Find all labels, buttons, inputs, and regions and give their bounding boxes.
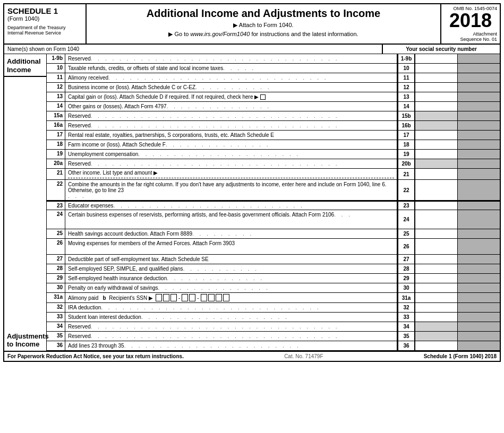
box-label-34: 34 [398, 322, 415, 331]
right-col-34: 34 [397, 322, 500, 331]
right-col-24: 24 [397, 210, 500, 229]
right-col-13: 13 [397, 92, 500, 101]
right-col-18: 18 [397, 140, 500, 149]
input-36[interactable] [415, 341, 457, 350]
input-14-gray [457, 102, 500, 111]
section-labels: Additional Income Adjustments to Income [4, 54, 47, 351]
input-13[interactable] [415, 92, 457, 101]
ssn-box-9[interactable] [223, 294, 229, 301]
input-22[interactable] [415, 180, 457, 200]
row-num-17: 17 [47, 131, 65, 140]
footer-paperwork: For Paperwork Reduction Act Notice, see … [7, 353, 184, 359]
ssn-box-6[interactable] [201, 294, 207, 301]
ssn-box-8[interactable] [216, 294, 222, 301]
input-34-inner [415, 322, 457, 331]
right-col-35: 35 [397, 332, 500, 341]
input-26-inner[interactable] [415, 239, 457, 254]
box-label-10: 10 [398, 64, 415, 73]
row-31a: 31a Alimony paid b Recipient's SSN ▶ - - [47, 293, 500, 303]
input-11[interactable] [415, 73, 457, 82]
attach-line1: ▶ Attach to Form 1040. [90, 22, 437, 29]
right-col-1-9b: 1-9b [397, 54, 500, 63]
box-label-27: 27 [398, 255, 415, 264]
input-27-inner[interactable] [415, 255, 457, 264]
input-35-outer [457, 332, 500, 341]
row-10: 10 Taxable refunds, credits, or offsets … [47, 64, 500, 73]
input-1-9b-gray [457, 54, 500, 63]
row-desc-36: Add lines 23 through 35 . . . . . . . . … [65, 341, 397, 350]
input-19-gray [457, 150, 500, 159]
checkbox-13[interactable] [260, 94, 266, 100]
right-col-30: 30 [397, 283, 500, 292]
input-23-inner[interactable] [415, 202, 457, 210]
form-header: SCHEDULE 1 (Form 1040) Department of the… [4, 4, 500, 45]
right-col-17: 17 [397, 131, 500, 140]
input-25-inner[interactable] [415, 229, 457, 238]
row-1-9b: 1-9b Reserved . . . . . . . . . . . . . … [47, 54, 500, 64]
input-33-inner[interactable] [415, 313, 457, 322]
row-desc-1-9b: Reserved . . . . . . . . . . . . . . . .… [65, 54, 397, 63]
input-29-inner[interactable] [415, 274, 457, 283]
input-19[interactable] [415, 150, 457, 159]
right-col-31a: 31a [397, 293, 500, 302]
input-18-gray [457, 140, 500, 149]
footer-cat: Cat. No. 71479F [284, 353, 323, 359]
ssn-box-5[interactable] [189, 294, 195, 301]
input-10-gray [457, 64, 500, 73]
row-27: 27 Deductible part of self-employment ta… [47, 255, 500, 264]
right-col-29: 29 [397, 274, 500, 283]
tax-form: SCHEDULE 1 (Form 1040) Department of the… [3, 3, 501, 362]
row-33: 33 Student loan interest deduction . . .… [47, 313, 500, 322]
ssn-boxes-31: - - [155, 294, 230, 301]
form-body: Additional Income Adjustments to Income … [4, 54, 500, 351]
row-desc-16a: Reserved . . . . . . . . . . . . . . . .… [65, 121, 397, 130]
row-17: 17 Rental real estate, royalties, partne… [47, 131, 500, 140]
row-11: 11 Alimony received . . . . . . . . . . … [47, 73, 500, 83]
ssn-box-1[interactable] [156, 294, 162, 301]
input-32-inner[interactable] [415, 303, 457, 312]
row-num-19: 19 [47, 150, 65, 159]
input-14[interactable] [415, 102, 457, 111]
box-label-26: 26 [398, 239, 415, 254]
input-21[interactable] [415, 169, 457, 179]
box-label-28: 28 [398, 264, 415, 273]
box-label-36: 36 [398, 341, 415, 350]
input-12[interactable] [415, 83, 457, 92]
schedule-sub: (Form 1040) [7, 15, 82, 22]
row-desc-29: Self-employed health insurance deduction… [65, 274, 397, 283]
box-label-16b: 16b [398, 121, 415, 130]
input-28-inner[interactable] [415, 264, 457, 273]
input-17[interactable] [415, 131, 457, 140]
row-num-32: 32 [47, 303, 65, 312]
input-11-gray [457, 73, 500, 82]
row-num-18: 18 [47, 140, 65, 149]
row-num-22: 22 [47, 180, 65, 200]
row-desc-25: Health savings account deduction. Attach… [65, 229, 397, 238]
input-10[interactable] [415, 64, 457, 73]
right-col-32: 32 [397, 303, 500, 312]
input-35-inner [415, 332, 457, 341]
row-26: 26 Moving expenses for members of the Ar… [47, 239, 500, 255]
input-36-gray [457, 341, 500, 350]
adjustments-label: Adjustments to Income [4, 329, 46, 351]
ssn-box-3[interactable] [170, 294, 177, 301]
ssn-box-4[interactable] [182, 294, 188, 301]
input-1-9b[interactable] [415, 54, 457, 63]
input-32-outer [457, 303, 500, 312]
input-31a-inner[interactable] [415, 293, 457, 302]
ssn-box-2[interactable] [163, 294, 169, 301]
box-label-30: 30 [398, 283, 415, 292]
ssn-box-7[interactable] [208, 294, 215, 301]
input-24-inner[interactable] [415, 210, 457, 229]
input-15b [457, 111, 500, 120]
right-col-25: 25 [397, 229, 500, 238]
box-label-21: 21 [398, 169, 415, 179]
row-desc-12: Business income or (loss). Attach Schedu… [65, 83, 397, 92]
row-desc-23: Educator expenses . . . . . . . . . . . … [65, 202, 397, 210]
box-label-24: 24 [398, 210, 415, 229]
input-18[interactable] [415, 140, 457, 149]
input-30-inner[interactable] [415, 283, 457, 292]
row-14: 14 Other gains or (losses). Attach Form … [47, 102, 500, 111]
row-35: 35 Reserved . . . . . . . . . . . . . . … [47, 332, 500, 341]
footer-schedule-ref: Schedule 1 (Form 1040) 2018 [424, 353, 497, 359]
